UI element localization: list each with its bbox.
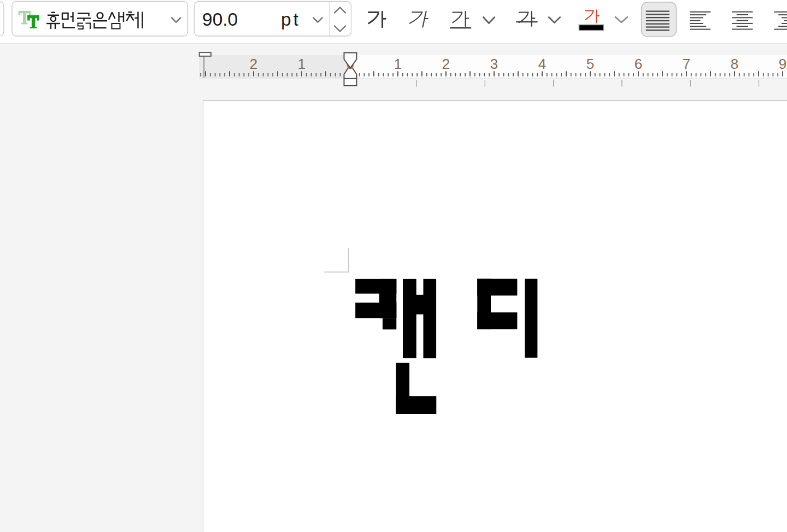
svg-text:9: 9 xyxy=(779,56,786,72)
svg-text:8: 8 xyxy=(731,56,738,72)
svg-text:6: 6 xyxy=(635,56,642,72)
svg-text:pt: pt xyxy=(281,9,301,29)
svg-text:3: 3 xyxy=(490,56,498,72)
svg-text:4: 4 xyxy=(538,56,546,72)
svg-text:5: 5 xyxy=(586,56,594,72)
svg-text:1: 1 xyxy=(298,56,306,72)
svg-text:2: 2 xyxy=(250,56,257,72)
svg-text:90.0: 90.0 xyxy=(202,9,238,29)
svg-text:2: 2 xyxy=(442,56,450,72)
svg-text:1: 1 xyxy=(394,56,402,72)
svg-text:7: 7 xyxy=(683,56,690,72)
